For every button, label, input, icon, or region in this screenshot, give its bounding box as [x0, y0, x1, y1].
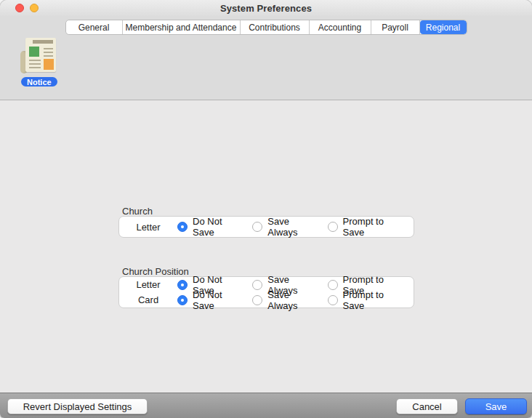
- cancel-button[interactable]: Cancel: [396, 398, 458, 414]
- radio-position-card-prompt-to-save[interactable]: Prompt to Save: [328, 289, 404, 311]
- radio-selected-icon[interactable]: [177, 295, 188, 305]
- radio-position-card-do-not-save[interactable]: Do Not Save: [177, 289, 243, 311]
- window-title: System Preferences: [220, 3, 312, 14]
- radio-unselected-icon[interactable]: [328, 280, 338, 290]
- radio-unselected-icon[interactable]: [252, 222, 262, 232]
- radio-unselected-icon[interactable]: [252, 295, 262, 305]
- radio-unselected-icon[interactable]: [328, 295, 338, 305]
- tab-contributions[interactable]: Contributions: [241, 20, 310, 34]
- section-title-church: Church: [122, 206, 153, 217]
- church-position-card-row: Card Do Not Save Save Always Prompt to S…: [119, 292, 414, 308]
- notice-selected-label: Notice: [21, 77, 57, 87]
- tab-regional[interactable]: Regional: [420, 20, 467, 34]
- tab-general[interactable]: General: [66, 20, 123, 34]
- church-position-box: Letter Do Not Save Save Always Prompt to…: [118, 276, 414, 308]
- save-button[interactable]: Save: [465, 398, 527, 414]
- radio-position-card-save-always[interactable]: Save Always: [252, 289, 318, 311]
- tab-membership-and-attendance[interactable]: Membership and Attendance: [123, 20, 241, 34]
- radio-selected-icon[interactable]: [177, 222, 188, 232]
- tab-accounting[interactable]: Accounting: [310, 20, 371, 34]
- tab-payroll[interactable]: Payroll: [371, 20, 420, 34]
- radio-church-letter-save-always[interactable]: Save Always: [252, 216, 318, 238]
- tabs-segmented-control: General Membership and Attendance Contri…: [65, 20, 467, 35]
- radio-unselected-icon[interactable]: [252, 280, 262, 290]
- tab-strip: General Membership and Attendance Contri…: [0, 16, 532, 36]
- revert-displayed-settings-button[interactable]: Revert Displayed Settings: [7, 398, 148, 414]
- radio-selected-icon[interactable]: [177, 280, 188, 290]
- minimize-button[interactable]: [30, 4, 39, 12]
- system-preferences-window: System Preferences General Membership an…: [0, 0, 532, 418]
- row-label-card: Card: [119, 294, 177, 305]
- bottom-action-bar: Revert Displayed Settings Cancel Save: [0, 393, 532, 418]
- church-box: Letter Do Not Save Save Always Prompt to…: [118, 216, 414, 238]
- radio-church-letter-prompt-to-save[interactable]: Prompt to Save: [328, 216, 404, 238]
- row-label-letter: Letter: [119, 222, 177, 233]
- radio-unselected-icon[interactable]: [328, 222, 338, 232]
- regional-settings-pane: Church Letter Do Not Save Save Always Pr…: [0, 100, 532, 393]
- row-label-letter: Letter: [119, 279, 177, 290]
- close-button[interactable]: [15, 4, 24, 12]
- church-letter-row: Letter Do Not Save Save Always Prompt to…: [119, 220, 414, 235]
- radio-church-letter-do-not-save[interactable]: Do Not Save: [177, 216, 243, 238]
- title-bar[interactable]: System Preferences: [0, 0, 532, 16]
- toolbar-icon-row: Notice: [0, 36, 532, 100]
